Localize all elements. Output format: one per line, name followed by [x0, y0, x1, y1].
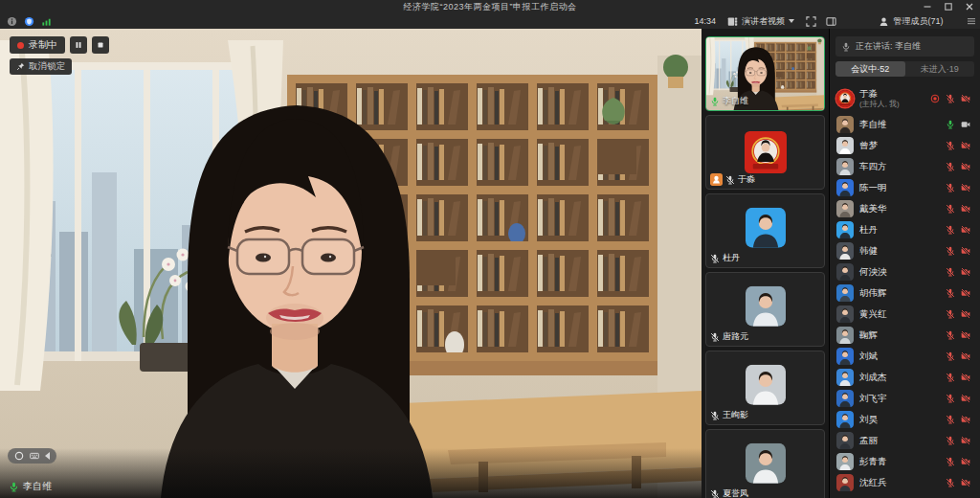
video-thumbnail[interactable]: 杜丹: [705, 193, 825, 268]
participant-row[interactable]: 刘斌: [835, 346, 975, 367]
participant-row[interactable]: 戴美华: [835, 198, 975, 219]
unpin-button[interactable]: 取消锁定: [10, 58, 72, 75]
participant-row[interactable]: 车四方: [835, 156, 975, 177]
participant-row[interactable]: 杜丹: [835, 219, 975, 240]
participant-row[interactable]: 刘昊: [835, 409, 975, 430]
panel-more-icon[interactable]: [967, 16, 976, 26]
participant-row[interactable]: 沈红兵: [835, 472, 975, 493]
close-button[interactable]: [959, 0, 980, 13]
pause-recording-button[interactable]: [70, 36, 87, 54]
mic-muted-icon[interactable]: [946, 225, 955, 235]
participant-row[interactable]: 孟丽: [835, 430, 975, 451]
camera-off-icon[interactable]: [961, 225, 970, 235]
participant-row[interactable]: 鞠辉: [835, 325, 975, 346]
participant-status-icons: [946, 415, 973, 424]
camera-off-icon[interactable]: [961, 394, 970, 403]
participant-avatar: [836, 390, 854, 407]
mic-muted-icon[interactable]: [946, 394, 955, 403]
camera-off-icon[interactable]: [961, 183, 970, 192]
mic-muted-icon[interactable]: [946, 351, 955, 361]
camera-off-icon[interactable]: [961, 415, 970, 424]
mic-muted-icon[interactable]: [946, 288, 955, 298]
camera-off-icon[interactable]: [961, 373, 970, 382]
participant-avatar: [836, 306, 854, 323]
side-by-side-icon[interactable]: [826, 16, 836, 27]
camera-off-icon[interactable]: [961, 94, 970, 103]
minimize-button[interactable]: [917, 0, 938, 13]
camera-off-icon[interactable]: [961, 267, 970, 277]
camera-off-icon[interactable]: [961, 288, 970, 298]
participant-row[interactable]: 刘成杰: [835, 367, 975, 388]
camera-off-icon[interactable]: [961, 330, 970, 340]
participant-row[interactable]: 李自维: [835, 114, 975, 135]
mic-muted-icon[interactable]: [946, 162, 955, 171]
mic-muted-icon[interactable]: [946, 267, 955, 277]
mic-muted-icon[interactable]: [946, 478, 955, 487]
participant-avatar: [836, 90, 854, 107]
camera-off-icon[interactable]: [961, 351, 970, 361]
participant-avatar: [836, 327, 854, 344]
speaker-name-label: 李自维: [9, 480, 52, 493]
fullscreen-icon[interactable]: [806, 16, 816, 27]
participant-status-icons: [946, 267, 973, 277]
video-thumbnail[interactable]: 夏誉凤: [705, 429, 825, 498]
participant-row[interactable]: 彭青青: [835, 451, 975, 472]
camera-off-icon[interactable]: [961, 478, 970, 487]
ime-toolbar[interactable]: [8, 448, 56, 464]
participant-row[interactable]: 胡伟辉: [835, 283, 975, 304]
security-shield-icon[interactable]: [24, 16, 34, 27]
mic-muted-icon[interactable]: [946, 309, 955, 319]
mic-muted-icon[interactable]: [946, 373, 955, 382]
collapse-arrow-icon[interactable]: [45, 452, 50, 460]
main-video-stage[interactable]: 录制中 取消锁定: [0, 29, 702, 498]
participant-name: 曾梦: [859, 141, 878, 151]
camera-off-icon[interactable]: [961, 204, 970, 214]
participant-row[interactable]: 于淼 (主持人, 我): [835, 83, 975, 114]
mic-muted-icon[interactable]: [946, 330, 955, 340]
tab-in-meeting[interactable]: 会议中·52: [835, 61, 905, 77]
participant-row[interactable]: 曾梦: [835, 135, 975, 156]
video-thumbnail[interactable]: 王峋影: [705, 351, 825, 425]
mic-muted-icon[interactable]: [946, 141, 955, 150]
participant-avatar: [836, 158, 854, 175]
mic-on-icon[interactable]: [946, 120, 955, 129]
video-thumbnail[interactable]: 唐路元: [705, 272, 825, 347]
participant-row[interactable]: 何泱泱: [835, 261, 975, 283]
participant-name: 彭青青: [859, 457, 887, 467]
participant-row[interactable]: 黄兴红: [835, 304, 975, 325]
meeting-info-icon[interactable]: [7, 16, 17, 27]
mic-muted-icon[interactable]: [946, 204, 955, 214]
camera-off-icon[interactable]: [961, 246, 970, 256]
camera-off-icon[interactable]: [961, 457, 970, 466]
view-layout-dropdown[interactable]: 演讲者视频: [727, 15, 794, 28]
video-thumbnail[interactable]: 李自维: [705, 36, 825, 111]
camera-off-icon[interactable]: [961, 162, 970, 171]
mic-muted-icon[interactable]: [946, 457, 955, 466]
mic-muted-icon[interactable]: [946, 415, 955, 424]
network-signal-icon[interactable]: [41, 16, 52, 27]
participant-row[interactable]: 刘飞宇: [835, 388, 975, 409]
keyboard-icon[interactable]: [30, 451, 39, 461]
camera-off-icon[interactable]: [961, 141, 970, 150]
tab-not-joined[interactable]: 未进入·19: [905, 61, 975, 77]
camera-off-icon[interactable]: [961, 436, 970, 445]
maximize-button[interactable]: [938, 0, 959, 13]
thumbnail-label: 夏誉凤: [710, 487, 748, 498]
camera-on-icon[interactable]: [961, 120, 970, 129]
mic-muted-icon[interactable]: [946, 436, 955, 445]
stop-recording-button[interactable]: [92, 36, 109, 54]
mic-muted-icon[interactable]: [946, 94, 955, 103]
participant-avatar: [836, 284, 854, 302]
mic-muted-icon: [710, 411, 720, 420]
video-thumbnail[interactable]: 于淼: [705, 115, 825, 190]
participant-list[interactable]: 于淼 (主持人, 我): [830, 81, 980, 498]
mic-muted-icon[interactable]: [946, 183, 955, 192]
thumbnail-photo-avatar: [746, 286, 786, 327]
window-controls: [917, 0, 980, 13]
participant-row[interactable]: 陈一明: [835, 177, 975, 198]
participant-row[interactable]: 韩健: [835, 240, 975, 261]
mic-muted-icon[interactable]: [946, 246, 955, 256]
participant-text: 刘飞宇: [859, 394, 887, 404]
ime-mode-icon[interactable]: [14, 451, 24, 461]
camera-off-icon[interactable]: [961, 309, 970, 319]
